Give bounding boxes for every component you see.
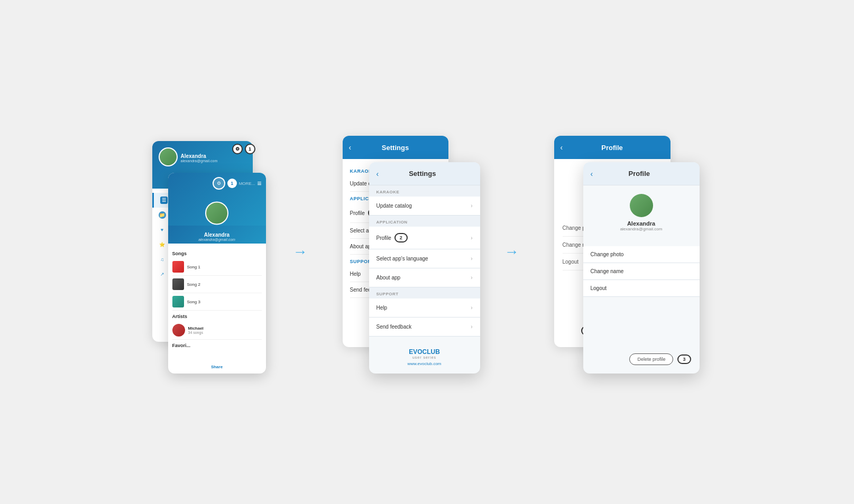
settings-front-header: Settings xyxy=(369,162,480,185)
song-row-3: Song 3 xyxy=(172,293,262,311)
screen3-wrapper: Profile Alexandra alexandra@gmail.com Ch… xyxy=(554,136,702,368)
front-content: Songs Song 1 Song 2 Song 3 Artists xyxy=(168,244,266,354)
profile-front-avatar xyxy=(630,194,653,217)
artist-songs: 34 songs xyxy=(188,331,204,334)
pf-change-photo[interactable]: Change photo xyxy=(583,246,700,263)
sf-send-feedback[interactable]: Send feedback xyxy=(369,318,480,337)
profile-front-header: Profile xyxy=(583,162,700,185)
pf-step3-badge: 3 xyxy=(677,354,691,364)
collections-icon: 📁 xyxy=(159,211,166,219)
back-avatar xyxy=(159,147,178,166)
step1-icon: ⚙ xyxy=(232,144,243,154)
step1-number: 1 xyxy=(245,144,255,154)
more-label: MORE... xyxy=(239,181,255,186)
pf-delete-btn[interactable]: Delete profile xyxy=(629,353,673,365)
catalog-icon: ☰ xyxy=(160,197,168,204)
pf-change-name[interactable]: Change name xyxy=(583,263,700,280)
sf-footer: EVOCLUB user series www.evoclub.com xyxy=(369,348,480,366)
sf-evoclub-logo: EVOCLUB xyxy=(369,348,480,356)
profile-front-email: alexandra@gmail.com xyxy=(620,227,663,231)
screen1-wrapper: Alexandra alexandra@gmail.com ☰ Catalog … xyxy=(152,141,258,363)
chevron-feedback xyxy=(471,324,472,330)
profile-front-name: Alexandra xyxy=(627,220,655,227)
song-row-2: Song 2 xyxy=(172,276,262,293)
chevron-about xyxy=(471,275,472,281)
sf-select-language[interactable]: Select app's language xyxy=(369,249,480,268)
profile-back-title: Profile xyxy=(601,144,622,152)
arrow-2: → xyxy=(501,244,522,260)
arrow-1: → xyxy=(290,244,311,260)
back-email: alexandra@gmail.com xyxy=(181,159,218,163)
settings-back-btn[interactable] xyxy=(349,143,352,152)
sf-help-item[interactable]: Help xyxy=(369,298,480,318)
screen2-wrapper: Settings Karaoke Update catalog Applicat… xyxy=(343,136,470,368)
sf-about-app[interactable]: About app xyxy=(369,268,480,287)
song-row-1: Song 1 xyxy=(172,258,262,276)
sf-karaoke-section: KARAOKE xyxy=(369,185,480,197)
screen1-top-bar: ⚙ 1 MORE... ≡ xyxy=(213,177,262,190)
songs-section-title: Songs xyxy=(172,251,262,256)
sf-profile-item[interactable]: Profile 2 xyxy=(369,227,480,249)
screen1-front-card: ⚙ 1 MORE... ≡ Alexandra alexandra@gmail.… xyxy=(168,173,266,374)
profile-back-header: Profile xyxy=(554,136,671,159)
sf-update-catalog[interactable]: Update catalog xyxy=(369,197,480,216)
profile-front-card: Profile Alexandra alexandra@gmail.com Ch… xyxy=(583,162,700,374)
pf-logout[interactable]: Logout xyxy=(583,280,700,297)
screen1-step-badge: ⚙ 1 xyxy=(232,144,255,154)
badge-number: 1 xyxy=(227,179,237,188)
front-footer-share[interactable]: Share xyxy=(168,365,266,369)
profile-front-menu: Change photo Change name Logout xyxy=(583,246,700,297)
profile-front-back-btn[interactable] xyxy=(591,170,593,178)
queue-icon: ♫ xyxy=(159,256,166,263)
settings-front-card: Settings KARAOKE Update catalog APPLICAT… xyxy=(369,162,480,374)
chevron-language xyxy=(471,256,472,262)
hamburger-icon[interactable]: ≡ xyxy=(257,179,261,188)
favorites-section-title: Favori... xyxy=(172,343,262,348)
artist-row-1: Michael 34 songs xyxy=(172,321,262,340)
sf-application-section: APPLICATION xyxy=(369,216,480,227)
front-avatar xyxy=(205,201,228,225)
settings-front-back-btn[interactable] xyxy=(377,170,379,178)
favorites-icon: ♥ xyxy=(159,226,166,234)
back-username: Alexandra xyxy=(181,153,218,159)
profile-front-title: Profile xyxy=(597,170,692,178)
front-email: alexandra@gmail.com xyxy=(170,238,264,241)
settings-back-title: Settings xyxy=(382,144,409,152)
chevron-help xyxy=(471,305,472,311)
chevron-profile xyxy=(471,235,472,241)
profile-front-body: Alexandra alexandra@gmail.com xyxy=(583,185,700,246)
profile-back-btn[interactable] xyxy=(561,143,563,152)
settings-badge-icon[interactable]: ⚙ xyxy=(213,177,225,190)
settings-front-title: Settings xyxy=(383,170,472,178)
chevron-update xyxy=(471,203,472,209)
front-username: Alexandra xyxy=(170,232,264,238)
settings-back-header: Settings xyxy=(343,136,448,159)
evoclub-icon: ⭐ xyxy=(159,241,166,248)
share-icon: ↗ xyxy=(159,270,166,278)
main-container: Alexandra alexandra@gmail.com ☰ Catalog … xyxy=(131,115,723,389)
screen1-front-header: ⚙ 1 MORE... ≡ xyxy=(168,173,266,226)
sf-support-section: SUPPORT xyxy=(369,287,480,298)
sf-profile-badge: 2 xyxy=(394,233,408,242)
sf-user-series: user series xyxy=(369,356,480,359)
pf-delete-container: Delete profile 3 xyxy=(583,353,700,365)
artist-name: Michael xyxy=(188,326,204,331)
artists-section-title: Artists xyxy=(172,314,262,319)
sf-url: www.evoclub.com xyxy=(369,361,480,366)
